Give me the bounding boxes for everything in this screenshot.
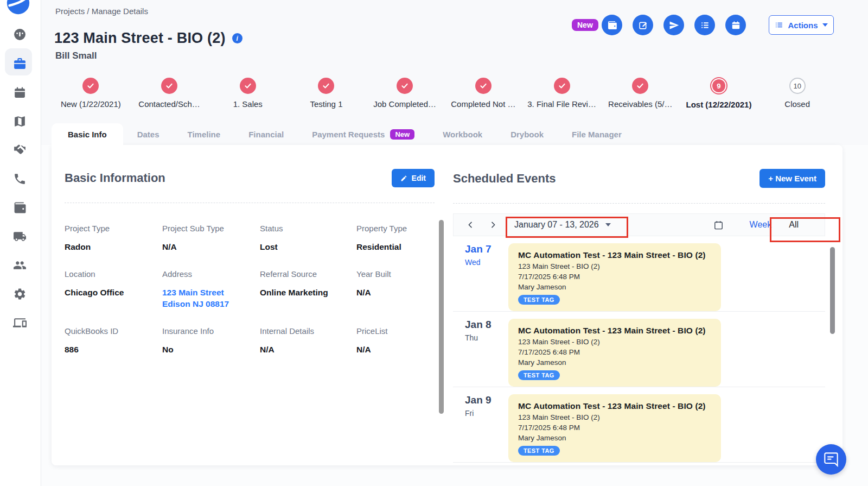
chat-button[interactable]	[816, 444, 846, 475]
event-card[interactable]: MC Automation Test - 123 Main Street - B…	[508, 243, 721, 311]
field-year-built: Year Built N/A	[356, 269, 435, 310]
event-person: Mary Jameson	[518, 358, 711, 367]
check-icon	[475, 78, 492, 94]
field-property-type: Property Type Residential	[356, 224, 435, 253]
tab-drybook[interactable]: Drybook	[496, 123, 558, 145]
edit-icon	[638, 20, 648, 30]
event-person: Mary Jameson	[518, 283, 711, 291]
tab-financial[interactable]: Financial	[234, 123, 298, 145]
field-status: Status Lost	[260, 224, 356, 253]
field-internal-details: Internal Details N/A	[260, 326, 356, 356]
timeline-step-final-file-review[interactable]: 3. Final File Revi…	[522, 74, 601, 109]
event-tag-badge: TEST TAG	[518, 446, 560, 456]
event-day-row: Jan 7 Wed MC Automation Test - 123 Main …	[453, 236, 825, 312]
devices-icon[interactable]	[11, 314, 28, 331]
event-tag-badge: TEST TAG	[518, 295, 560, 305]
basic-info-fields: Project Type Radon Project Sub Type N/A …	[65, 224, 435, 372]
timeline-step-closed[interactable]: 10 Closed	[758, 74, 837, 109]
wallet-icon	[607, 20, 617, 30]
field-project-sub-type: Project Sub Type N/A	[162, 224, 260, 253]
check-icon	[397, 78, 413, 94]
event-tag-badge: TEST TAG	[518, 370, 560, 380]
calendar-picker-icon[interactable]	[713, 220, 724, 230]
checklist-action-button[interactable]	[694, 15, 715, 35]
event-location: 123 Main Street - BIO (2)	[518, 413, 711, 421]
field-insurance-info: Insurance Info No	[162, 326, 260, 356]
map-icon[interactable]	[11, 113, 28, 130]
event-card[interactable]: MC Automation Test - 123 Main Street - B…	[508, 394, 721, 462]
event-datetime: 7/17/2025 6:48 PM	[518, 348, 711, 356]
timeline-step-contacted[interactable]: Contacted/Sch…	[130, 74, 209, 109]
event-location: 123 Main Street - BIO (2)	[518, 338, 711, 346]
actions-label: Actions	[788, 21, 818, 30]
timeline-step-testing[interactable]: Testing 1	[287, 74, 366, 109]
timeline-step-lost-current[interactable]: 9 Lost (12/22/2021)	[680, 74, 758, 109]
timeline-step-new[interactable]: New (1/22/2021)	[52, 74, 130, 109]
event-person: Mary Jameson	[518, 434, 711, 442]
send-action-button[interactable]	[663, 15, 684, 35]
basic-information-panel: Basic Information Edit Project Type Rado…	[52, 145, 441, 465]
tab-basic-info[interactable]: Basic Info	[52, 123, 123, 145]
scheduled-events-panel: Scheduled Events + New Event January 07 …	[453, 145, 843, 465]
view-week-toggle[interactable]: Week	[750, 220, 772, 230]
field-quickbooks-id: QuickBooks ID 886	[65, 326, 162, 356]
team-icon[interactable]	[11, 257, 28, 274]
app-window: Projects / Manage Details 123 Main Stree…	[0, 0, 868, 486]
divider	[453, 203, 825, 204]
event-card[interactable]: MC Automation Test - 123 Main Street - B…	[508, 319, 721, 387]
breadcrumb[interactable]: Projects / Manage Details	[55, 7, 148, 16]
phone-icon[interactable]	[11, 171, 28, 187]
edit-action-button[interactable]	[633, 15, 653, 35]
date-range-selector[interactable]: January 07 - 13, 2026	[514, 220, 611, 230]
calendar-icon[interactable]	[11, 84, 28, 101]
page-title: 123 Main Street - BIO (2)	[54, 30, 226, 47]
app-logo[interactable]	[6, 0, 30, 15]
actions-dropdown-button[interactable]: Actions	[769, 15, 834, 35]
timeline-step-completed-not[interactable]: Completed Not …	[444, 74, 523, 109]
divider	[65, 203, 435, 203]
event-day-row: Jan 8 Thu MC Automation Test - 123 Main …	[453, 312, 825, 387]
tab-dates[interactable]: Dates	[123, 123, 174, 145]
basic-info-scrollbar[interactable]	[439, 220, 444, 414]
tab-file-manager[interactable]: File Manager	[558, 123, 636, 145]
send-icon	[669, 20, 679, 30]
event-day-row: Jan 9 Fri MC Automation Test - 123 Main …	[453, 387, 825, 463]
timeline-step-job-completed[interactable]: Job Completed…	[366, 74, 444, 109]
info-icon[interactable]: i	[232, 33, 242, 43]
event-datetime: 7/17/2025 6:48 PM	[518, 273, 711, 281]
dashboard-gauge-icon[interactable]	[11, 26, 28, 43]
upcoming-step-marker: 10	[789, 78, 806, 94]
events-scrollbar[interactable]	[830, 247, 835, 334]
tab-workbook[interactable]: Workbook	[429, 123, 496, 145]
sidebar	[0, 0, 41, 486]
tab-timeline[interactable]: Timeline	[174, 123, 235, 145]
chevron-left-icon[interactable]	[463, 218, 477, 232]
calendar-action-button[interactable]	[725, 15, 746, 35]
view-all-toggle[interactable]: All	[789, 220, 799, 230]
timeline-step-receivables[interactable]: Receivables (5/…	[601, 74, 680, 109]
tab-payment-requests[interactable]: Payment RequestsNew	[298, 123, 429, 145]
chevron-down-icon	[822, 23, 828, 27]
new-event-button[interactable]: + New Event	[760, 169, 825, 188]
chevron-right-icon[interactable]	[486, 218, 500, 232]
edit-button[interactable]: Edit	[392, 169, 435, 187]
settings-gear-icon[interactable]	[11, 286, 28, 302]
wallet-action-button[interactable]	[602, 15, 622, 35]
current-step-marker: 9	[710, 77, 727, 94]
truck-icon[interactable]	[11, 228, 28, 245]
field-project-type: Project Type Radon	[65, 224, 162, 253]
projects-briefcase-icon[interactable]	[11, 55, 28, 72]
chevron-down-icon	[605, 223, 611, 226]
check-icon	[161, 78, 177, 94]
address-link[interactable]: 123 Main Street Edison NJ 08817	[162, 287, 254, 310]
scheduled-events-title: Scheduled Events	[453, 172, 556, 186]
event-datetime: 7/17/2025 6:48 PM	[518, 424, 711, 432]
handshake-icon[interactable]	[11, 141, 28, 158]
field-referral-source: Referral Source Online Marketing	[260, 269, 356, 310]
wallet-icon[interactable]	[11, 199, 28, 216]
new-badge: New	[572, 19, 598, 31]
field-pricelist: PriceList N/A	[356, 326, 435, 356]
page-subtitle: Bill Small	[55, 51, 97, 61]
chat-bubble-icon	[824, 452, 839, 467]
timeline-step-sales[interactable]: 1. Sales	[208, 74, 287, 109]
